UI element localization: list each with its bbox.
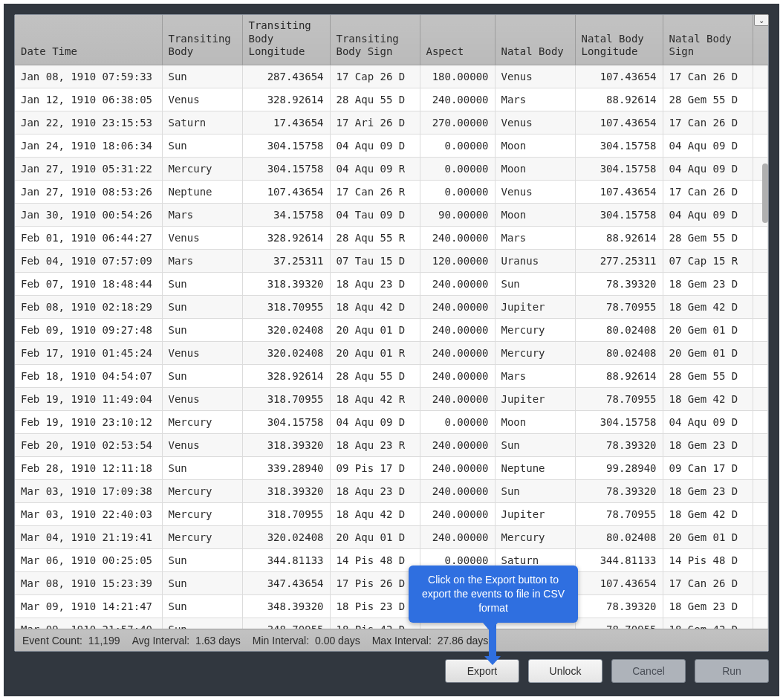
table-row[interactable]: Jan 24, 1910 18:06:34Sun304.1575804 Aqu … xyxy=(15,134,768,157)
cell-natal-body: Uranus xyxy=(495,249,575,272)
cell-pad xyxy=(753,594,768,618)
cell-transiting-longitude: 304.15758 xyxy=(242,134,330,157)
cell-date-time: Feb 28, 1910 12:11:18 xyxy=(15,456,162,479)
table-row[interactable]: Feb 18, 1910 04:54:07Sun328.9261428 Aqu … xyxy=(15,364,768,387)
table-row[interactable]: Jan 27, 1910 05:31:22Mercury304.1575804 … xyxy=(15,157,768,180)
cell-transiting-body: Sun xyxy=(162,272,242,295)
cell-transiting-sign: 17 Pis 26 D xyxy=(330,571,420,594)
cell-natal-sign: 04 Aqu 09 D xyxy=(663,157,753,180)
cell-pad xyxy=(753,134,768,157)
cell-date-time: Jan 27, 1910 08:53:26 xyxy=(15,180,162,203)
cell-pad xyxy=(753,65,768,88)
avg-interval-label: Avg Interval: xyxy=(132,635,190,646)
table-row[interactable]: Feb 04, 1910 07:57:09Mars37.2531107 Tau … xyxy=(15,249,768,272)
table-row[interactable]: Feb 20, 1910 02:53:54Venus318.3932018 Aq… xyxy=(15,433,768,456)
table-row[interactable]: Jan 27, 1910 08:53:26Neptune107.4365417 … xyxy=(15,180,768,203)
cell-transiting-longitude: 304.15758 xyxy=(242,157,330,180)
table-row[interactable]: Feb 07, 1910 18:48:44Sun318.3932018 Aqu … xyxy=(15,272,768,295)
cell-transiting-longitude: 320.02408 xyxy=(242,318,330,341)
table-row[interactable]: Mar 04, 1910 21:19:41Mercury320.0240820 … xyxy=(15,525,768,548)
cell-transiting-sign: 20 Aqu 01 R xyxy=(330,341,420,364)
max-interval-value: 27.86 days xyxy=(438,635,489,646)
th-natal-longitude[interactable]: Natal Body Longitude xyxy=(575,15,663,65)
cell-transiting-longitude: 339.28940 xyxy=(242,456,330,479)
cell-transiting-body: Sun xyxy=(162,295,242,318)
cell-date-time: Jan 08, 1910 07:59:33 xyxy=(15,65,162,88)
cell-natal-sign: 28 Gem 55 D xyxy=(663,226,753,249)
cell-transiting-longitude: 320.02408 xyxy=(242,341,330,364)
cell-natal-longitude: 88.92614 xyxy=(575,364,663,387)
table-row[interactable]: Feb 19, 1910 11:49:04Venus318.7095518 Aq… xyxy=(15,387,768,410)
table-row[interactable]: Mar 09, 1910 14:21:47Sun348.3932018 Pis … xyxy=(15,594,768,618)
cell-natal-longitude: 344.81133 xyxy=(575,548,663,571)
th-natal-body[interactable]: Natal Body xyxy=(495,15,575,65)
th-transiting-body[interactable]: Transiting Body xyxy=(162,15,242,65)
cell-transiting-longitude: 344.81133 xyxy=(242,548,330,571)
run-button[interactable]: Run xyxy=(695,659,769,683)
cell-date-time: Feb 17, 1910 01:45:24 xyxy=(15,341,162,364)
cell-date-time: Mar 06, 1910 00:25:05 xyxy=(15,548,162,571)
table-row[interactable]: Jan 22, 1910 23:15:53Saturn17.4365417 Ar… xyxy=(15,111,768,134)
cell-transiting-body: Venus xyxy=(162,387,242,410)
cell-natal-sign: 18 Gem 23 D xyxy=(663,479,753,502)
cell-natal-sign: 04 Aqu 09 D xyxy=(663,203,753,226)
cell-aspect: 240.00000 xyxy=(420,456,495,479)
table-scroll-area[interactable]: Date Time Transiting Body Transiting Bod… xyxy=(15,15,768,629)
cell-transiting-body: Mercury xyxy=(162,525,242,548)
table-row[interactable]: Feb 17, 1910 01:45:24Venus320.0240820 Aq… xyxy=(15,341,768,364)
cell-transiting-body: Sun xyxy=(162,571,242,594)
table-row[interactable]: Mar 08, 1910 15:23:39Sun347.4365417 Pis … xyxy=(15,571,768,594)
cell-transiting-sign: 14 Pis 48 D xyxy=(330,548,420,571)
cell-transiting-longitude: 37.25311 xyxy=(242,249,330,272)
cell-date-time: Feb 01, 1910 06:44:27 xyxy=(15,226,162,249)
cell-transiting-longitude: 348.39320 xyxy=(242,594,330,618)
avg-interval-value: 1.63 days xyxy=(195,635,241,646)
cell-aspect: 240.00000 xyxy=(420,387,495,410)
cell-transiting-body: Mercury xyxy=(162,157,242,180)
cell-date-time: Jan 22, 1910 23:15:53 xyxy=(15,111,162,134)
cell-transiting-body: Mercury xyxy=(162,502,242,525)
table-row[interactable]: Jan 08, 1910 07:59:33Sun287.4365417 Cap … xyxy=(15,65,768,88)
table-row[interactable]: Feb 01, 1910 06:44:27Venus328.9261428 Aq… xyxy=(15,226,768,249)
event-count-label: Event Count: xyxy=(22,635,82,646)
export-button[interactable]: Export xyxy=(445,659,519,683)
cell-natal-body: Venus xyxy=(495,180,575,203)
cell-date-time: Feb 08, 1910 02:18:29 xyxy=(15,295,162,318)
table-row[interactable]: Jan 30, 1910 00:54:26Mars34.1575804 Tau … xyxy=(15,203,768,226)
cell-date-time: Mar 09, 1910 14:21:47 xyxy=(15,594,162,618)
cell-pad xyxy=(753,456,768,479)
table-row[interactable]: Mar 06, 1910 00:25:05Sun344.8113314 Pis … xyxy=(15,548,768,571)
table-row[interactable]: Feb 09, 1910 09:27:48Sun320.0240820 Aqu … xyxy=(15,318,768,341)
th-transiting-longitude[interactable]: Transiting Body Longitude xyxy=(242,15,330,65)
table-row[interactable]: Feb 08, 1910 02:18:29Sun318.7095518 Aqu … xyxy=(15,295,768,318)
th-transiting-sign[interactable]: Transiting Body Sign xyxy=(330,15,420,65)
th-natal-sign[interactable]: Natal Body Sign xyxy=(663,15,753,65)
table-row[interactable]: Mar 09, 1910 21:57:40Sun348.7095518 Pis … xyxy=(15,618,768,629)
unlock-button[interactable]: Unlock xyxy=(528,659,602,683)
cell-transiting-body: Saturn xyxy=(162,111,242,134)
cell-pad xyxy=(753,249,768,272)
cell-transiting-sign: 17 Can 26 R xyxy=(330,180,420,203)
cell-transiting-sign: 17 Cap 26 D xyxy=(330,65,420,88)
table-row[interactable]: Mar 03, 1910 17:09:38Mercury318.3932018 … xyxy=(15,479,768,502)
corner-dropdown-button[interactable]: ⌄ xyxy=(754,14,769,26)
cell-transiting-sign: 17 Ari 26 D xyxy=(330,111,420,134)
cell-aspect: 0.00000 xyxy=(420,134,495,157)
cell-pad xyxy=(753,272,768,295)
cell-natal-body: Moon xyxy=(495,134,575,157)
table-row[interactable]: Feb 28, 1910 12:11:18Sun339.2894009 Pis … xyxy=(15,456,768,479)
table-row[interactable]: Jan 12, 1910 06:38:05Venus328.9261428 Aq… xyxy=(15,88,768,111)
cell-natal-longitude: 80.02408 xyxy=(575,318,663,341)
table-row[interactable]: Mar 03, 1910 22:40:03Mercury318.7095518 … xyxy=(15,502,768,525)
cell-transiting-longitude: 328.92614 xyxy=(242,226,330,249)
th-date-time[interactable]: Date Time xyxy=(15,15,162,65)
cell-pad xyxy=(753,571,768,594)
cancel-button[interactable]: Cancel xyxy=(611,659,686,683)
cell-natal-longitude: 88.92614 xyxy=(575,226,663,249)
th-aspect[interactable]: Aspect xyxy=(420,15,495,65)
vertical-scrollbar-thumb[interactable] xyxy=(762,163,768,223)
cell-date-time: Mar 04, 1910 21:19:41 xyxy=(15,525,162,548)
table-row[interactable]: Feb 19, 1910 23:10:12Mercury304.1575804 … xyxy=(15,410,768,433)
cell-date-time: Mar 09, 1910 21:57:40 xyxy=(15,618,162,629)
cell-transiting-sign: 18 Aqu 23 R xyxy=(330,433,420,456)
